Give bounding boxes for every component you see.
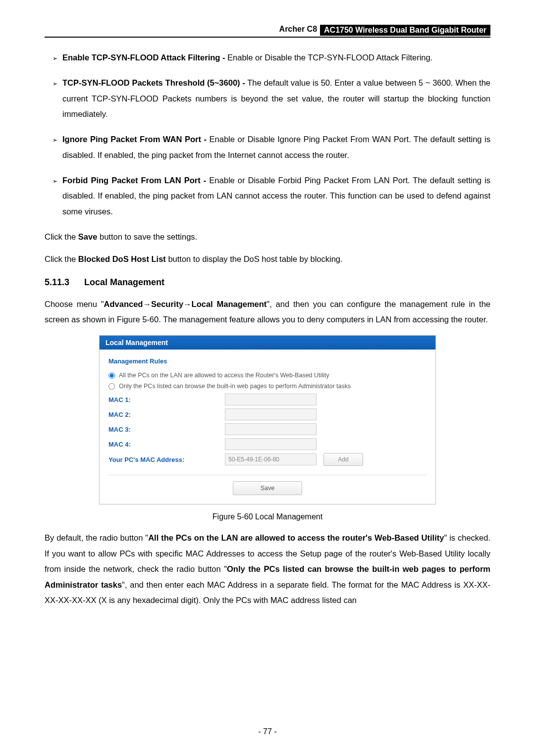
mac-row-1: MAC 1: — [108, 394, 427, 405]
bullet-text: Forbid Ping Packet From LAN Port - Enabl… — [62, 173, 490, 219]
add-button[interactable]: Add — [323, 453, 363, 466]
radio-all-pcs[interactable]: All the PCs on the LAN are allowed to ac… — [108, 372, 427, 379]
bullet-text: TCP-SYN-FLOOD Packets Threshold (5~3600)… — [62, 75, 490, 122]
page-number: - 77 - — [0, 727, 535, 736]
bullet-item-2: ➢ TCP-SYN-FLOOD Packets Threshold (5~360… — [45, 75, 490, 122]
bullet-text: Ignore Ping Packet From WAN Port - Enabl… — [62, 132, 490, 163]
chevron-right-icon: ➢ — [45, 132, 62, 163]
header-product: AC1750 Wireless Dual Band Gigabit Router — [320, 25, 490, 36]
bullet-item-3: ➢ Ignore Ping Packet From WAN Port - Ena… — [45, 132, 490, 163]
mac3-label: MAC 3: — [108, 426, 225, 433]
management-rules-label: Management Rules — [108, 357, 427, 365]
your-pc-mac-label: Your PC's MAC Address: — [108, 456, 225, 463]
section-heading: 5.11.3Local Management — [45, 277, 490, 288]
save-paragraph: Click the Save button to save the settin… — [45, 229, 490, 245]
radio-only-listed[interactable]: Only the PCs listed can browse the built… — [108, 383, 427, 390]
figure-caption: Figure 5-60 Local Management — [45, 512, 490, 521]
mac4-input[interactable] — [225, 438, 317, 450]
bydefault-paragraph: By default, the radio button "All the PC… — [45, 530, 490, 608]
mac-row-4: MAC 4: — [108, 438, 427, 450]
mac1-label: MAC 1: — [108, 396, 225, 403]
your-pc-mac-row: Your PC's MAC Address: Add — [108, 453, 427, 466]
choose-paragraph: Choose menu "Advanced→Security→Local Man… — [45, 297, 490, 328]
figure-local-management: Local Management Management Rules All th… — [45, 335, 490, 504]
your-pc-mac-input[interactable] — [225, 454, 317, 465]
bullet-item-4: ➢ Forbid Ping Packet From LAN Port - Ena… — [45, 173, 490, 219]
mac3-input[interactable] — [225, 423, 317, 435]
chevron-right-icon: ➢ — [45, 173, 62, 219]
figure-save-row: Save — [108, 475, 427, 498]
blocked-paragraph: Click the Blocked DoS Host List button t… — [45, 252, 490, 267]
mac-row-2: MAC 2: — [108, 408, 427, 420]
radio-input-only[interactable] — [108, 383, 115, 390]
radio-all-label: All the PCs on the LAN are allowed to ac… — [119, 372, 329, 379]
figure-content: Management Rules All the PCs on the LAN … — [100, 350, 435, 504]
page-header: Archer C8 AC1750 Wireless Dual Band Giga… — [45, 25, 490, 38]
radio-input-all[interactable] — [108, 372, 115, 379]
figure-box: Local Management Management Rules All th… — [99, 335, 436, 504]
mac1-input[interactable] — [225, 394, 317, 405]
mac2-label: MAC 2: — [108, 411, 225, 418]
radio-only-label: Only the PCs listed can browse the built… — [119, 383, 351, 390]
mac4-label: MAC 4: — [108, 441, 225, 448]
header-model: Archer C8 — [279, 25, 320, 36]
bullet-item-1: ➢ Enable TCP-SYN-FLOOD Attack Filtering … — [45, 50, 490, 65]
chevron-right-icon: ➢ — [45, 75, 62, 122]
mac2-input[interactable] — [225, 408, 317, 420]
save-button[interactable]: Save — [233, 481, 302, 495]
bullet-text: Enable TCP-SYN-FLOOD Attack Filtering - … — [62, 50, 490, 65]
figure-header: Local Management — [100, 336, 435, 350]
mac-row-3: MAC 3: — [108, 423, 427, 435]
chevron-right-icon: ➢ — [45, 50, 62, 65]
